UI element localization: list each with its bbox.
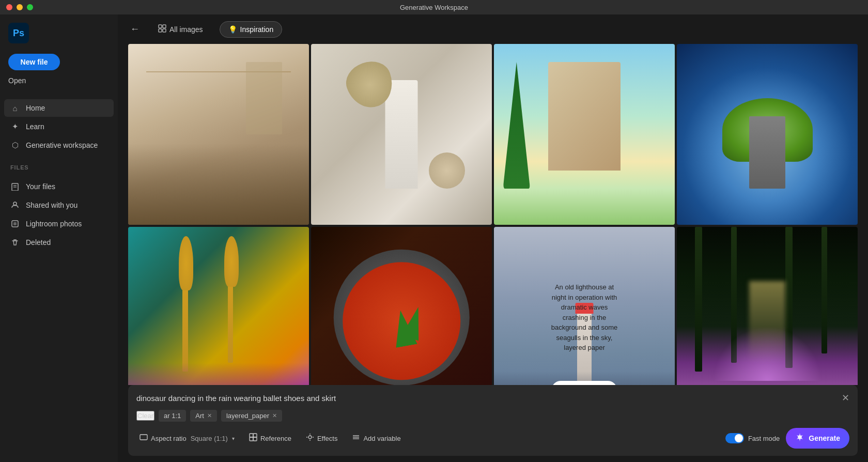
sidebar-item-your-files[interactable]: Your files [4,178,114,195]
tab-label: All images [169,25,203,34]
tag-label: ar 1:1 [164,412,181,420]
clear-prompt-icon[interactable]: ✕ [842,392,849,404]
sidebar-item-home[interactable]: ⌂ Home [4,99,114,117]
clear-tags-button[interactable]: Clear [136,411,154,421]
prompt-right: Fast mode Generate [725,428,849,449]
sidebar-item-shared[interactable]: Shared with you [4,196,114,214]
sidebar-item-label: Deleted [26,238,51,247]
aspect-ratio-label: Aspect ratio [151,435,187,442]
svg-point-3 [13,202,17,205]
toggle-knob [735,434,743,442]
open-button[interactable]: Open [8,74,110,87]
tag-remove-art[interactable]: ✕ [207,412,212,419]
toolbar: ← All images 💡 Inspiration [118,14,868,44]
svg-rect-8 [159,29,162,32]
tag-art: Art ✕ [190,410,217,422]
close-button[interactable] [6,4,12,10]
reference-label: Reference [260,435,291,442]
image-cell-forest[interactable] [677,227,858,385]
fast-mode-area: Fast mode [725,433,780,443]
deleted-icon [10,238,20,247]
sidebar-files-nav: Your files Shared with you Lightroom pho… [0,174,118,255]
prompt-options: Aspect ratio Square (1:1) ▾ Reference [136,431,404,445]
learn-icon: ✦ [10,122,20,131]
svg-point-15 [308,436,312,439]
image-cell-fantasy[interactable] [677,44,858,225]
image-cell-lighthouse[interactable]: An old lighthouse at night in operation … [494,227,675,385]
back-button[interactable]: ← [128,22,142,37]
sidebar-item-learn[interactable]: ✦ Learn [4,118,114,135]
add-variable-button[interactable]: Add variable [349,431,404,445]
image-cell-soup[interactable] [311,227,492,385]
sidebar-item-label: Learn [26,122,44,131]
svg-rect-7 [163,25,166,28]
tag-label: Art [195,412,204,420]
chevron-down-icon: ▾ [232,436,235,441]
use-settings-button[interactable]: Use settings [551,381,617,385]
fast-mode-toggle[interactable] [725,433,744,443]
image-cell-giraffes[interactable] [128,227,309,385]
tab-all-images[interactable]: All images [150,21,211,38]
sidebar-item-label: Generative workspace [26,141,98,149]
effects-button[interactable]: Effects [303,431,341,445]
sidebar-item-label: Your files [26,182,55,191]
sidebar-item-generative-workspace[interactable]: ⬡ Generative workspace [4,136,114,154]
svg-rect-11 [250,434,253,437]
sidebar-actions: New file Open [0,54,118,95]
reference-button[interactable]: Reference [246,431,295,445]
app-logo: Ps [8,23,29,43]
sidebar: Ps New file Open ⌂ Home ✦ Learn ⬡ Genera… [0,14,118,462]
generate-button[interactable]: Generate [786,428,849,449]
prompt-area: dinosaur dancing in the rain wearing bal… [128,385,858,456]
tag-ar: ar 1:1 [159,410,186,422]
aspect-ratio-value: Square (1:1) [191,435,228,442]
main-content: ← All images 💡 Inspiration [118,14,868,462]
svg-rect-6 [159,25,162,28]
image-cell-beach[interactable] [494,44,675,225]
effects-icon [306,433,314,443]
tag-remove-layered-paper[interactable]: ✕ [272,412,277,419]
tag-label: layered_paper [226,412,269,420]
your-files-icon [10,182,20,191]
svg-rect-9 [163,29,166,32]
maximize-button[interactable] [27,4,33,10]
sidebar-item-lightroom[interactable]: Lightroom photos [4,215,114,233]
app-body: Ps New file Open ⌂ Home ✦ Learn ⬡ Genera… [0,14,868,462]
svg-rect-14 [253,437,257,441]
aspect-ratio-button[interactable]: Aspect ratio Square (1:1) ▾ [136,431,238,445]
minimize-button[interactable] [17,4,23,10]
tab-inspiration[interactable]: 💡 Inspiration [220,21,283,38]
shared-icon [10,201,20,210]
generate-icon [795,433,804,444]
add-variable-label: Add variable [363,435,400,442]
sidebar-item-label: Home [26,104,45,112]
sidebar-item-label: Lightroom photos [26,220,82,228]
image-cell-shells[interactable] [311,44,492,225]
svg-rect-12 [253,434,257,437]
new-file-button[interactable]: New file [8,54,60,70]
sidebar-item-deleted[interactable]: Deleted [4,234,114,251]
traffic-lights [6,4,33,10]
tag-layered-paper: layered_paper ✕ [221,410,282,422]
aspect-ratio-icon [140,433,148,443]
lighthouse-prompt-text: An old lighthouse at night in operation … [539,274,630,361]
tab-label: Inspiration [240,25,274,34]
sidebar-nav: ⌂ Home ✦ Learn ⬡ Generative workspace [0,95,118,158]
generative-workspace-icon: ⬡ [10,141,20,150]
prompt-bottom-row: Aspect ratio Square (1:1) ▾ Reference [136,428,849,449]
image-grid: An old lighthouse at night in operation … [128,44,858,385]
image-grid-container[interactable]: An old lighthouse at night in operation … [118,44,868,385]
image-cell-kitchen[interactable] [128,44,309,225]
prompt-text[interactable]: dinosaur dancing in the rain wearing bal… [136,394,842,403]
svg-rect-13 [250,437,253,441]
lightroom-icon [10,219,20,228]
files-section-label: FILES [0,158,118,174]
svg-rect-5 [13,222,17,225]
generate-label: Generate [809,434,840,442]
sidebar-item-label: Shared with you [26,201,78,209]
all-images-icon [158,24,166,34]
prompt-tags: Clear ar 1:1 Art ✕ layered_paper ✕ [136,410,849,422]
inspiration-icon: 💡 [228,25,237,34]
title-bar: Generative Workspace [0,0,868,14]
effects-label: Effects [317,435,338,442]
